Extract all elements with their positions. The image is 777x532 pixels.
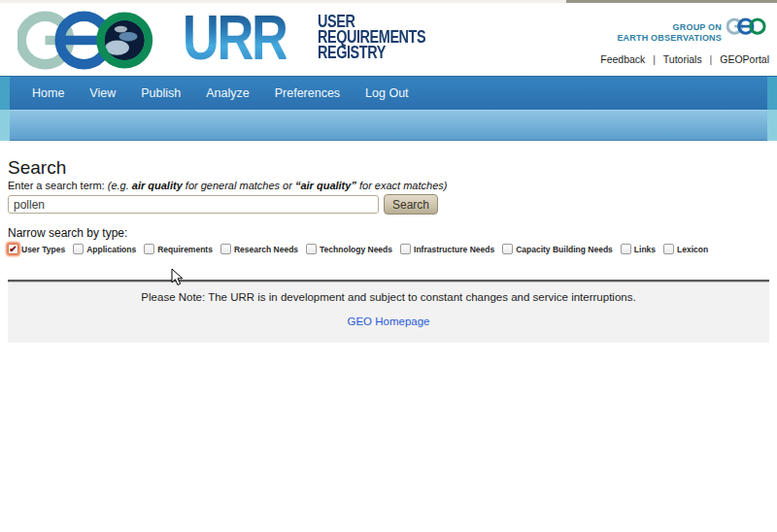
filter-links[interactable]: Links [621,244,656,254]
nav-left-edge [0,77,10,140]
filter-infrastructure-needs[interactable]: Infrastructure Needs [400,244,494,254]
filter-label: Capacity Building Needs [516,245,613,254]
checkbox-icon[interactable] [502,244,513,254]
checkbox-icon[interactable] [220,244,231,254]
checkbox-icon[interactable] [621,244,631,254]
geo-homepage-link[interactable]: GEO Homepage [347,316,429,327]
urr-search-page: URR USER REQUIREMENTS REGISTRY GROUP ON … [0,0,777,532]
hint-example-1: air quality [132,180,183,191]
search-type-filters: User Types Applications Requirements Res… [8,244,777,254]
nav-home[interactable]: Home [19,86,77,100]
hint-open: (e.g. [108,180,132,191]
filter-capacity-building-needs[interactable]: Capacity Building Needs [502,244,613,254]
filter-applications[interactable]: Applications [73,244,136,254]
nav-sub-row [0,110,777,140]
link-separator: | [710,53,713,65]
filter-label: User Types [21,245,65,254]
geoportal-link[interactable]: GEOPortal [720,53,769,65]
urr-title: USER REQUIREMENTS REGISTRY [318,14,425,60]
development-notice: Please Note: The URR is in development a… [8,291,769,303]
feedback-link[interactable]: Feedback [600,53,645,65]
checkbox-icon[interactable] [306,244,317,254]
prompt-text: Enter a search term: [8,180,105,191]
hint-middle: for general matches or [183,180,295,191]
org-line-1: GROUP ON [617,22,722,33]
search-input[interactable] [8,195,379,214]
filter-label: Research Needs [234,245,298,254]
geo-logo [17,9,165,71]
narrow-search-label: Narrow search by type: [8,226,777,240]
filter-research-needs[interactable]: Research Needs [220,244,298,254]
page-title: Search [8,157,777,178]
geo-org-block: GROUP ON EARTH OBSERVATIONS [617,17,769,44]
filter-label: Links [634,245,656,254]
checkbox-icon[interactable] [663,244,674,254]
filter-user-types[interactable]: User Types [8,244,65,254]
filter-label: Technology Needs [320,245,392,254]
filter-lexicon[interactable]: Lexicon [663,244,708,254]
nav-preferences[interactable]: Preferences [262,86,353,100]
geo-logo-small [726,17,769,36]
footer: Please Note: The URR is in development a… [8,280,769,343]
urr-title-line: REGISTRY [318,45,425,60]
main-navigation: Home View Publish Analyze Preferences Lo… [0,76,777,141]
search-prompt: Enter a search term: (e.g. air quality f… [8,180,777,191]
footer-notice-box: Please Note: The URR is in development a… [8,283,769,343]
mouse-cursor-icon [171,268,184,286]
checkbox-icon[interactable] [400,244,411,254]
filter-label: Lexicon [677,245,708,254]
urr-acronym: URR [183,3,286,73]
tutorials-link[interactable]: Tutorials [663,53,702,65]
nav-menu-row: Home View Publish Analyze Preferences Lo… [0,77,777,110]
nav-right-edge [767,77,777,140]
org-line-2: EARTH OBSERVATIONS [617,33,722,44]
header-links: Feedback | Tutorials | GEOPortal [600,53,769,65]
checkbox-icon[interactable] [8,244,18,254]
search-section: Search Enter a search term: (e.g. air qu… [0,142,777,254]
link-separator: | [653,53,656,65]
checkbox-icon[interactable] [144,244,154,254]
filter-label: Applications [86,245,136,254]
nav-view[interactable]: View [77,86,128,100]
page-header: URR USER REQUIREMENTS REGISTRY GROUP ON … [0,3,777,76]
nav-publish[interactable]: Publish [128,86,193,100]
nav-logout[interactable]: Log Out [353,86,421,100]
filter-technology-needs[interactable]: Technology Needs [306,244,392,254]
filter-label: Requirements [157,245,213,254]
search-input-row: Search [8,194,777,215]
filter-label: Infrastructure Needs [414,245,494,254]
nav-analyze[interactable]: Analyze [193,86,261,100]
geo-org-name: GROUP ON EARTH OBSERVATIONS [617,22,722,44]
checkbox-icon[interactable] [73,244,84,254]
hint-close: for exact matches) [356,180,448,191]
hint-example-2: “air quality” [295,180,356,191]
search-button[interactable]: Search [384,194,438,215]
filter-requirements[interactable]: Requirements [144,244,213,254]
